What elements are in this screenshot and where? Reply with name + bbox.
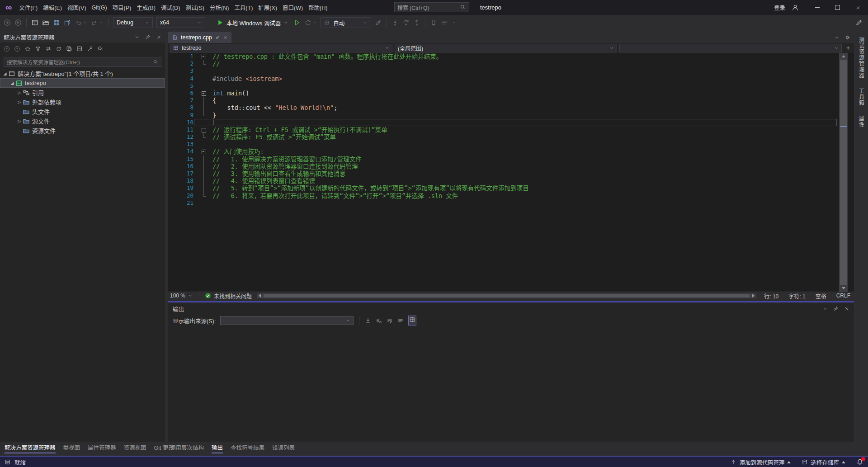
undo-button[interactable] xyxy=(75,19,87,26)
menu-item[interactable]: 调试(D) xyxy=(158,0,183,15)
pin-tab-icon[interactable] xyxy=(215,35,220,40)
menu-item[interactable]: 帮助(H) xyxy=(306,0,330,15)
quick-search-box[interactable]: 搜索 (Ctrl+Q) xyxy=(394,2,469,12)
tree-item[interactable]: ◢解决方案"testrepo"(1 个项目/共 1 个) xyxy=(0,69,165,78)
code-line[interactable]: 2// xyxy=(168,60,839,67)
code-line[interactable]: 3 xyxy=(168,67,839,75)
save-icon[interactable] xyxy=(53,19,60,26)
line-number[interactable]: 2 xyxy=(168,60,193,67)
code-line[interactable]: 1// testrepo.cpp : 此文件包含 "main" 函数。程序执行将… xyxy=(168,53,839,60)
code-line[interactable]: 21 xyxy=(168,199,839,207)
panel-menu-icon[interactable] xyxy=(822,306,828,311)
feedback-icon[interactable] xyxy=(855,19,863,26)
line-number[interactable]: 6 xyxy=(168,90,193,97)
code-line[interactable]: 14// 入门使用技巧: xyxy=(168,148,839,155)
line-number[interactable]: 15 xyxy=(168,156,193,163)
line-number[interactable]: 5 xyxy=(168,82,193,90)
code-line[interactable]: 19// 5. 转到“项目”>“添加新项”以创建新的代码文件，或转到“项目”>“… xyxy=(168,184,839,192)
code-line[interactable]: 6int main() xyxy=(168,90,839,97)
editor-vertical-scrollbar[interactable] xyxy=(839,53,848,292)
menu-item[interactable]: 分析(N) xyxy=(207,0,231,15)
code-line[interactable]: 15// 1. 使用解决方案资源管理器窗口添加/管理文件 xyxy=(168,156,839,163)
char-indicator[interactable]: 字符: 1 xyxy=(788,292,805,300)
preview-icon[interactable] xyxy=(97,46,104,52)
scroll-down-icon[interactable] xyxy=(839,285,848,292)
tree-item[interactable]: ▷源文件 xyxy=(0,116,165,126)
line-number[interactable]: 21 xyxy=(168,199,193,207)
close-icon[interactable] xyxy=(844,306,849,311)
code-line[interactable]: 11// 运行程序: Ctrl + F5 或调试 >“开始执行(不调试)”菜单 xyxy=(168,126,839,133)
maximize-button[interactable] xyxy=(827,0,848,15)
collapsed-arrow-icon[interactable]: ▷ xyxy=(16,90,23,95)
collapsed-arrow-icon[interactable]: ▷ xyxy=(16,119,23,123)
scroll-right-icon[interactable] xyxy=(752,294,755,297)
line-number[interactable]: 8 xyxy=(168,104,193,111)
tree-item[interactable]: 资源文件 xyxy=(0,126,165,135)
panel-tab[interactable]: 输出 xyxy=(212,442,223,453)
panel-tab[interactable]: 属性管理器 xyxy=(88,442,116,453)
document-list-icon[interactable] xyxy=(834,35,840,40)
panel-menu-icon[interactable] xyxy=(134,34,140,40)
start-debugging-button[interactable]: 本地 Windows 调试器 xyxy=(217,19,288,27)
vertical-dock-tab[interactable]: 工具箱 xyxy=(858,88,865,106)
scrollbar-thumb[interactable] xyxy=(840,60,847,285)
code-line[interactable]: 13 xyxy=(168,141,839,148)
pin-icon[interactable] xyxy=(145,34,151,40)
attach-to-process-icon[interactable] xyxy=(375,19,382,26)
tree-item[interactable]: ▷引用 xyxy=(0,88,165,97)
menu-item[interactable]: 工具(T) xyxy=(231,0,255,15)
code-line[interactable]: 17// 3. 使用输出窗口查看生成输出和其他消息 xyxy=(168,170,839,177)
navigate-back-icon[interactable] xyxy=(4,19,11,26)
line-number[interactable]: 7 xyxy=(168,97,193,104)
scope-dropdown[interactable]: (全局范围) xyxy=(395,44,617,52)
sign-in-button[interactable]: 登录 xyxy=(774,3,785,12)
collapsed-arrow-icon[interactable]: ▷ xyxy=(16,100,23,104)
panel-tab[interactable]: 资源视图 xyxy=(124,442,146,453)
solution-explorer-search-input[interactable]: 搜索解决方案资源管理器(Ctrl+;) xyxy=(4,57,161,67)
code-line[interactable]: 9} xyxy=(168,112,839,119)
scroll-to-end-icon[interactable] xyxy=(365,317,371,324)
line-number[interactable]: 14 xyxy=(168,148,193,155)
task-list-icon[interactable] xyxy=(441,19,448,26)
line-number[interactable]: 18 xyxy=(168,177,193,184)
filter-icon[interactable] xyxy=(35,46,41,52)
show-all-files-icon[interactable] xyxy=(66,46,72,52)
line-number[interactable]: 17 xyxy=(168,170,193,177)
refresh-icon[interactable] xyxy=(56,46,62,52)
editor-output-splitter[interactable] xyxy=(168,301,854,302)
platform-dropdown[interactable]: x64 xyxy=(156,17,205,28)
properties-icon[interactable] xyxy=(87,46,93,52)
editor-horizontal-scrollbar[interactable] xyxy=(257,293,756,298)
code-line[interactable]: 8 std::cout << "Hello World!\n"; xyxy=(168,104,839,111)
bookmark-icon[interactable] xyxy=(430,19,437,26)
line-indicator[interactable]: 行: 10 xyxy=(764,292,778,300)
project-dropdown[interactable]: testrepo xyxy=(170,44,392,52)
code-line[interactable]: 18// 4. 使用错误列表窗口查看错误 xyxy=(168,177,839,184)
step-over-icon[interactable] xyxy=(402,19,410,26)
messages-icon[interactable] xyxy=(397,317,404,324)
output-title-bar[interactable]: 输出 xyxy=(168,303,854,314)
code-line[interactable]: 16// 2. 使用团队资源管理器窗口连接到源代码管理 xyxy=(168,163,839,170)
hot-reload-button[interactable] xyxy=(304,19,317,26)
vertical-dock-tab[interactable]: 测试资源管理器 xyxy=(858,37,865,78)
code-line[interactable]: 20// 6. 将来，若要再次打开此项目，请转到“文件”>“打开”>“项目”并选… xyxy=(168,192,839,199)
output-content[interactable] xyxy=(168,327,854,442)
eol-indicator[interactable]: CRLF xyxy=(836,292,850,299)
scrollbar-thumb[interactable] xyxy=(264,294,750,297)
menu-item[interactable]: 测试(S) xyxy=(183,0,207,15)
menu-item[interactable]: 生成(B) xyxy=(134,0,158,15)
new-project-icon[interactable] xyxy=(31,19,38,26)
open-file-icon[interactable] xyxy=(42,19,49,26)
clear-all-icon[interactable] xyxy=(376,317,382,324)
outline-collapse-icon[interactable] xyxy=(193,90,212,97)
document-tab[interactable]: testrepo.cpp xyxy=(168,32,231,43)
line-number[interactable]: 13 xyxy=(168,141,193,148)
menu-item[interactable]: 扩展(X) xyxy=(255,0,280,15)
tree-item[interactable]: ◢testrepo xyxy=(0,78,165,88)
code-line-caret[interactable]: 10 xyxy=(168,119,839,126)
space-indicator[interactable]: 空格 xyxy=(816,292,826,300)
watch-mode-dropdown[interactable]: 自动 xyxy=(321,17,371,28)
panel-tab[interactable]: 解决方案资源管理器 xyxy=(5,442,56,453)
line-number[interactable]: 20 xyxy=(168,192,193,199)
scroll-up-icon[interactable] xyxy=(839,53,848,60)
